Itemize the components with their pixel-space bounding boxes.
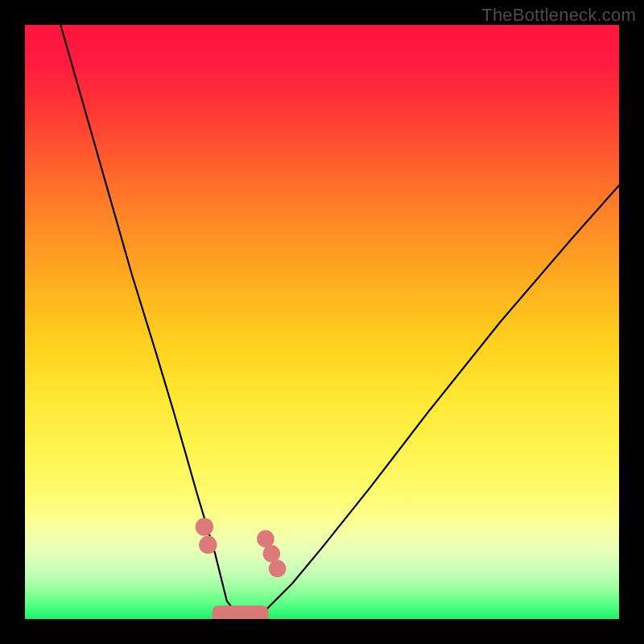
trough-marker-band: [213, 605, 269, 619]
curve-markers-group: [196, 518, 287, 577]
curve-marker: [199, 536, 217, 554]
watermark-text: TheBottleneck.com: [481, 5, 636, 26]
gradient-plot-area: [25, 25, 619, 619]
chart-frame: TheBottleneck.com: [0, 0, 644, 644]
bottleneck-curve-svg: [25, 25, 619, 619]
curve-marker: [269, 560, 287, 578]
curve-marker: [196, 518, 213, 535]
curve-marker: [257, 530, 275, 548]
bottleneck-curve-line: [60, 25, 619, 616]
curve-marker: [263, 545, 281, 563]
